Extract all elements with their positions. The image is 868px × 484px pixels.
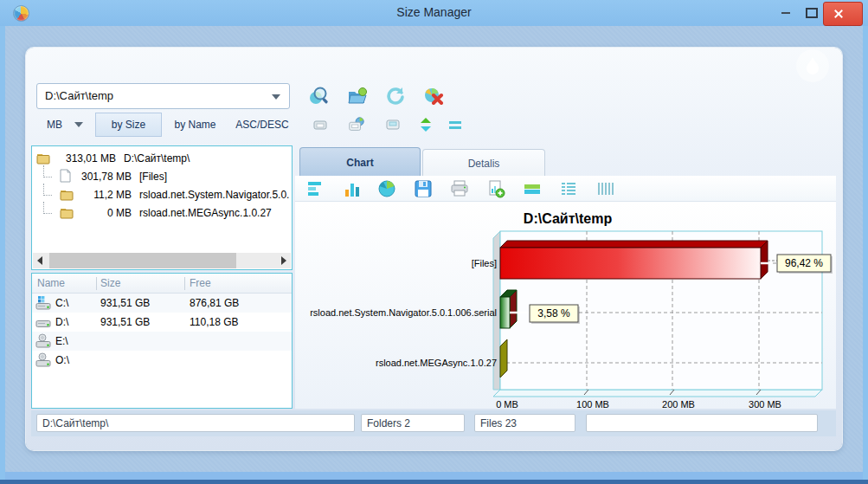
grid-columns-button[interactable] — [595, 178, 615, 199]
path-combobox[interactable]: D:\Сайт\temp — [36, 83, 290, 109]
maximize-icon — [806, 8, 818, 18]
window-frame-bottom — [5, 472, 863, 480]
svg-text:[Files]: [Files] — [472, 258, 497, 268]
minimize-button[interactable] — [774, 0, 798, 26]
add-report-icon — [486, 179, 505, 198]
unit-label: MB — [47, 119, 62, 131]
stop-scan-button[interactable] — [421, 83, 447, 109]
system-drive-icon — [35, 295, 51, 311]
horizontal-scrollbar[interactable] — [33, 253, 291, 268]
scroll-left-icon[interactable] — [37, 256, 42, 265]
sort-by-size-button[interactable]: by Size — [95, 113, 162, 137]
bar-chart: D:\Сайт\temp 96,42 % — [295, 202, 836, 409]
tab-details[interactable]: Detalis — [422, 149, 545, 177]
svg-text:3,58 %: 3,58 % — [537, 307, 570, 319]
stop-pie-icon — [422, 85, 445, 107]
tree-row-root[interactable]: 313,01 MB D:\Сайт\temp\ — [32, 150, 292, 167]
print-button[interactable] — [449, 178, 470, 199]
search-icon — [308, 85, 331, 107]
sort-arrows-button[interactable] — [417, 116, 434, 133]
drive-row-e[interactable]: E:\ — [32, 332, 292, 351]
refresh-icon — [384, 85, 407, 107]
chart-toolbar — [295, 176, 836, 202]
svg-text:0 MB: 0 MB — [496, 399, 518, 409]
svg-text:300 MB: 300 MB — [749, 399, 781, 409]
legend-list-button[interactable] — [558, 178, 579, 199]
drive-row-c[interactable]: C:\ 931,51 GB 876,81 GB — [32, 294, 292, 313]
cd-drive-icon — [35, 352, 51, 368]
collapse-node-icon — [312, 116, 329, 133]
window-frame-edge — [0, 480, 868, 484]
legend-bars-icon — [523, 179, 542, 198]
add-report-button[interactable] — [485, 178, 506, 199]
status-files: Files 23 — [474, 414, 575, 432]
cd-drive-icon — [35, 333, 51, 349]
vertical-bar-chart-icon — [343, 179, 362, 198]
print-icon — [450, 179, 469, 198]
path-value: D:\Сайт\temp — [45, 89, 113, 102]
unit-dropdown[interactable]: MB — [36, 113, 93, 137]
svg-text:96,42 %: 96,42 % — [785, 257, 823, 269]
save-button[interactable] — [413, 178, 434, 199]
percent-tooltip-navigator: 3,58 % — [530, 305, 580, 324]
tree-row-megasync[interactable]: 0 MB rsload.net.MEGAsync.1.0.27 — [32, 204, 292, 222]
svg-text:rsload.net.System.Navigator.5.: rsload.net.System.Navigator.5.0.1.006.se… — [310, 307, 497, 318]
pie-chart-icon — [377, 179, 396, 198]
sort-arrows-icon — [418, 116, 434, 133]
category-labels: [Files] rsload.net.System.Navigator.5.0.… — [310, 258, 497, 368]
expand-node-web-icon — [348, 115, 365, 134]
svg-text:100 MB: 100 MB — [576, 399, 609, 409]
sort-direction-button[interactable]: ASC/DESC — [228, 113, 296, 137]
pie-chart-button[interactable] — [376, 178, 397, 199]
folder-icon — [36, 152, 50, 165]
close-button[interactable] — [823, 2, 863, 26]
chart-title: D:\Сайт\temp — [524, 211, 613, 226]
expand-node-web-button[interactable] — [348, 116, 365, 133]
search-analyze-button[interactable] — [306, 83, 332, 109]
equalize-button[interactable] — [447, 116, 464, 133]
vertical-bar-chart-button[interactable] — [342, 178, 363, 199]
expand-node-icon — [384, 116, 402, 133]
chart-area: D:\Сайт\temp 96,42 % — [295, 202, 836, 409]
chevron-down-icon — [74, 122, 83, 127]
legend-list-icon — [559, 179, 578, 198]
scrollbar-thumb[interactable] — [49, 253, 236, 268]
chevron-down-icon — [272, 94, 280, 100]
status-bar: D:\Сайт\temp\ Folders 2 Files 23 — [31, 410, 836, 436]
col-size: Size — [100, 277, 120, 289]
collapse-node-button[interactable] — [312, 116, 329, 133]
window-title: Size Manager — [0, 5, 868, 19]
folder-tree: 313,01 MB D:\Сайт\temp\ 301,78 MB [Files… — [31, 145, 293, 270]
save-icon — [414, 179, 433, 198]
svg-text:rsload.net.MEGAsync.1.0.27: rsload.net.MEGAsync.1.0.27 — [376, 358, 497, 368]
x-axis-labels: 0 MB 100 MB 200 MB 300 MB — [496, 399, 781, 409]
drive-row-d[interactable]: D:\ 931,51 GB 110,18 GB — [32, 313, 292, 332]
scroll-right-icon[interactable] — [281, 256, 286, 265]
open-folder-button[interactable] — [344, 83, 370, 109]
col-free: Free — [190, 277, 211, 289]
titlebar: Size Manager — [0, 0, 868, 26]
tree-row-files[interactable]: 301,78 MB [Files] — [32, 168, 292, 185]
flame-watermark-icon — [796, 49, 829, 82]
refresh-button[interactable] — [383, 83, 408, 109]
drives-table: Name Size Free C:\ 931,51 GB 876,81 GB D… — [31, 273, 293, 409]
hard-drive-icon — [35, 314, 51, 330]
svg-text:200 MB: 200 MB — [662, 399, 695, 409]
drive-row-o[interactable]: O:\ — [32, 351, 292, 370]
status-folders: Folders 2 — [361, 414, 465, 432]
size-manager-window: Size Manager D:\Сайт\temp — [0, 0, 868, 484]
expand-node-button[interactable] — [384, 116, 402, 133]
horizontal-bar-chart-icon — [306, 179, 325, 198]
col-name: Name — [37, 277, 65, 289]
tab-chart[interactable]: Chart — [299, 147, 421, 177]
status-extra — [586, 414, 818, 432]
chart-3d-floor — [493, 390, 822, 397]
tree-row-navigator[interactable]: 11,2 MB rsload.net.System.Navigator.5.0.… — [32, 186, 292, 203]
equals-icon — [447, 119, 463, 131]
maximize-button[interactable] — [800, 0, 824, 26]
minimize-icon — [781, 12, 790, 14]
legend-bars-button[interactable] — [522, 178, 543, 199]
sort-by-name-button[interactable]: by Name — [162, 113, 228, 137]
horizontal-bar-chart-button[interactable] — [305, 178, 326, 199]
grid-columns-icon — [595, 179, 614, 198]
